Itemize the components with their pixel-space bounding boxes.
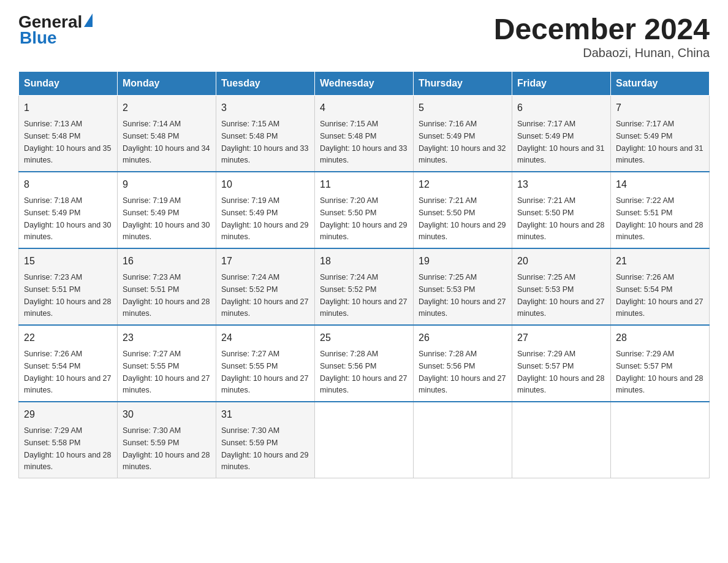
header-sunday: Sunday	[19, 72, 118, 96]
calendar-cell: 24 Sunrise: 7:27 AMSunset: 5:55 PMDaylig…	[216, 325, 315, 402]
day-info: Sunrise: 7:25 AMSunset: 5:53 PMDaylight:…	[419, 273, 506, 318]
calendar-cell: 21 Sunrise: 7:26 AMSunset: 5:54 PMDaylig…	[611, 248, 710, 325]
calendar-cell: 3 Sunrise: 7:15 AMSunset: 5:48 PMDayligh…	[216, 96, 315, 172]
calendar-cell: 14 Sunrise: 7:22 AMSunset: 5:51 PMDaylig…	[611, 172, 710, 248]
calendar-cell: 26 Sunrise: 7:28 AMSunset: 5:56 PMDaylig…	[414, 325, 512, 402]
day-number: 25	[320, 331, 408, 345]
page-header: General Blue December 2024 Dabaozi, Huna…	[18, 12, 710, 60]
day-number: 31	[221, 407, 309, 422]
title-area: December 2024 Dabaozi, Hunan, China	[494, 12, 710, 60]
calendar-cell: 7 Sunrise: 7:17 AMSunset: 5:49 PMDayligh…	[611, 96, 710, 172]
day-info: Sunrise: 7:22 AMSunset: 5:51 PMDaylight:…	[616, 196, 703, 241]
day-number: 24	[221, 331, 309, 345]
day-number: 26	[419, 331, 507, 345]
calendar-cell: 2 Sunrise: 7:14 AMSunset: 5:48 PMDayligh…	[118, 96, 216, 172]
day-info: Sunrise: 7:15 AMSunset: 5:48 PMDaylight:…	[221, 120, 308, 164]
header-monday: Monday	[118, 72, 216, 96]
day-number: 6	[517, 101, 605, 115]
calendar-cell: 28 Sunrise: 7:29 AMSunset: 5:57 PMDaylig…	[611, 325, 710, 402]
day-info: Sunrise: 7:28 AMSunset: 5:56 PMDaylight:…	[419, 350, 506, 394]
day-info: Sunrise: 7:13 AMSunset: 5:48 PMDaylight:…	[24, 120, 111, 164]
logo-blue-text: Blue	[18, 28, 57, 48]
calendar-week-4: 22 Sunrise: 7:26 AMSunset: 5:54 PMDaylig…	[19, 325, 710, 402]
header-friday: Friday	[512, 72, 611, 96]
calendar-cell: 18 Sunrise: 7:24 AMSunset: 5:52 PMDaylig…	[315, 248, 414, 325]
day-number: 21	[616, 254, 704, 269]
day-info: Sunrise: 7:21 AMSunset: 5:50 PMDaylight:…	[517, 196, 604, 241]
day-info: Sunrise: 7:24 AMSunset: 5:52 PMDaylight:…	[320, 273, 407, 318]
day-info: Sunrise: 7:21 AMSunset: 5:50 PMDaylight:…	[419, 196, 506, 241]
day-info: Sunrise: 7:19 AMSunset: 5:49 PMDaylight:…	[221, 196, 308, 241]
day-number: 22	[24, 331, 112, 345]
day-number: 10	[221, 177, 309, 192]
day-number: 8	[24, 177, 112, 192]
day-info: Sunrise: 7:20 AMSunset: 5:50 PMDaylight:…	[320, 196, 407, 241]
logo: General Blue	[18, 12, 93, 48]
day-number: 16	[123, 254, 211, 269]
day-number: 20	[517, 254, 605, 269]
day-number: 7	[616, 101, 704, 115]
day-number: 11	[320, 177, 408, 192]
calendar-cell: 6 Sunrise: 7:17 AMSunset: 5:49 PMDayligh…	[512, 96, 611, 172]
day-info: Sunrise: 7:18 AMSunset: 5:49 PMDaylight:…	[24, 196, 111, 241]
calendar-cell: 27 Sunrise: 7:29 AMSunset: 5:57 PMDaylig…	[512, 325, 611, 402]
day-number: 17	[221, 254, 309, 269]
calendar-cell: 12 Sunrise: 7:21 AMSunset: 5:50 PMDaylig…	[414, 172, 512, 248]
day-info: Sunrise: 7:28 AMSunset: 5:56 PMDaylight:…	[320, 350, 407, 394]
calendar-cell: 30 Sunrise: 7:30 AMSunset: 5:59 PMDaylig…	[118, 402, 216, 478]
header-thursday: Thursday	[414, 72, 512, 96]
calendar-week-5: 29 Sunrise: 7:29 AMSunset: 5:58 PMDaylig…	[19, 402, 710, 478]
location: Dabaozi, Hunan, China	[494, 46, 710, 60]
day-info: Sunrise: 7:29 AMSunset: 5:58 PMDaylight:…	[24, 426, 111, 471]
day-info: Sunrise: 7:23 AMSunset: 5:51 PMDaylight:…	[24, 273, 111, 318]
day-number: 3	[221, 101, 309, 115]
calendar-cell: 13 Sunrise: 7:21 AMSunset: 5:50 PMDaylig…	[512, 172, 611, 248]
day-number: 27	[517, 331, 605, 345]
header-tuesday: Tuesday	[216, 72, 315, 96]
day-info: Sunrise: 7:15 AMSunset: 5:48 PMDaylight:…	[320, 120, 407, 164]
calendar-cell: 1 Sunrise: 7:13 AMSunset: 5:48 PMDayligh…	[19, 96, 118, 172]
calendar-cell: 23 Sunrise: 7:27 AMSunset: 5:55 PMDaylig…	[118, 325, 216, 402]
calendar-cell: 9 Sunrise: 7:19 AMSunset: 5:49 PMDayligh…	[118, 172, 216, 248]
calendar-cell: 11 Sunrise: 7:20 AMSunset: 5:50 PMDaylig…	[315, 172, 414, 248]
day-number: 2	[123, 101, 211, 115]
day-number: 1	[24, 101, 112, 115]
calendar-table: Sunday Monday Tuesday Wednesday Thursday…	[18, 71, 710, 478]
header-saturday: Saturday	[611, 72, 710, 96]
day-info: Sunrise: 7:19 AMSunset: 5:49 PMDaylight:…	[123, 196, 210, 241]
day-info: Sunrise: 7:14 AMSunset: 5:48 PMDaylight:…	[123, 120, 210, 164]
calendar-cell: 4 Sunrise: 7:15 AMSunset: 5:48 PMDayligh…	[315, 96, 414, 172]
calendar-cell: 22 Sunrise: 7:26 AMSunset: 5:54 PMDaylig…	[19, 325, 118, 402]
calendar-cell	[512, 402, 611, 478]
calendar-cell	[611, 402, 710, 478]
day-info: Sunrise: 7:23 AMSunset: 5:51 PMDaylight:…	[123, 273, 210, 318]
weekday-header-row: Sunday Monday Tuesday Wednesday Thursday…	[19, 72, 710, 96]
day-number: 14	[616, 177, 704, 192]
calendar-week-3: 15 Sunrise: 7:23 AMSunset: 5:51 PMDaylig…	[19, 248, 710, 325]
day-number: 28	[616, 331, 704, 345]
day-info: Sunrise: 7:27 AMSunset: 5:55 PMDaylight:…	[221, 350, 308, 394]
day-number: 30	[123, 407, 211, 422]
day-number: 13	[517, 177, 605, 192]
day-info: Sunrise: 7:25 AMSunset: 5:53 PMDaylight:…	[517, 273, 604, 318]
calendar-cell	[414, 402, 512, 478]
calendar-cell: 15 Sunrise: 7:23 AMSunset: 5:51 PMDaylig…	[19, 248, 118, 325]
day-info: Sunrise: 7:29 AMSunset: 5:57 PMDaylight:…	[616, 350, 703, 394]
calendar-cell: 25 Sunrise: 7:28 AMSunset: 5:56 PMDaylig…	[315, 325, 414, 402]
day-number: 23	[123, 331, 211, 345]
day-info: Sunrise: 7:17 AMSunset: 5:49 PMDaylight:…	[517, 120, 604, 164]
day-number: 15	[24, 254, 112, 269]
day-info: Sunrise: 7:26 AMSunset: 5:54 PMDaylight:…	[616, 273, 703, 318]
calendar-cell: 8 Sunrise: 7:18 AMSunset: 5:49 PMDayligh…	[19, 172, 118, 248]
day-info: Sunrise: 7:16 AMSunset: 5:49 PMDaylight:…	[419, 120, 506, 164]
day-number: 18	[320, 254, 408, 269]
day-info: Sunrise: 7:17 AMSunset: 5:49 PMDaylight:…	[616, 120, 703, 164]
day-number: 19	[419, 254, 507, 269]
calendar-cell: 20 Sunrise: 7:25 AMSunset: 5:53 PMDaylig…	[512, 248, 611, 325]
day-number: 12	[419, 177, 507, 192]
day-info: Sunrise: 7:26 AMSunset: 5:54 PMDaylight:…	[24, 350, 111, 394]
day-info: Sunrise: 7:27 AMSunset: 5:55 PMDaylight:…	[123, 350, 210, 394]
calendar-cell	[315, 402, 414, 478]
calendar-cell: 29 Sunrise: 7:29 AMSunset: 5:58 PMDaylig…	[19, 402, 118, 478]
day-number: 4	[320, 101, 408, 115]
